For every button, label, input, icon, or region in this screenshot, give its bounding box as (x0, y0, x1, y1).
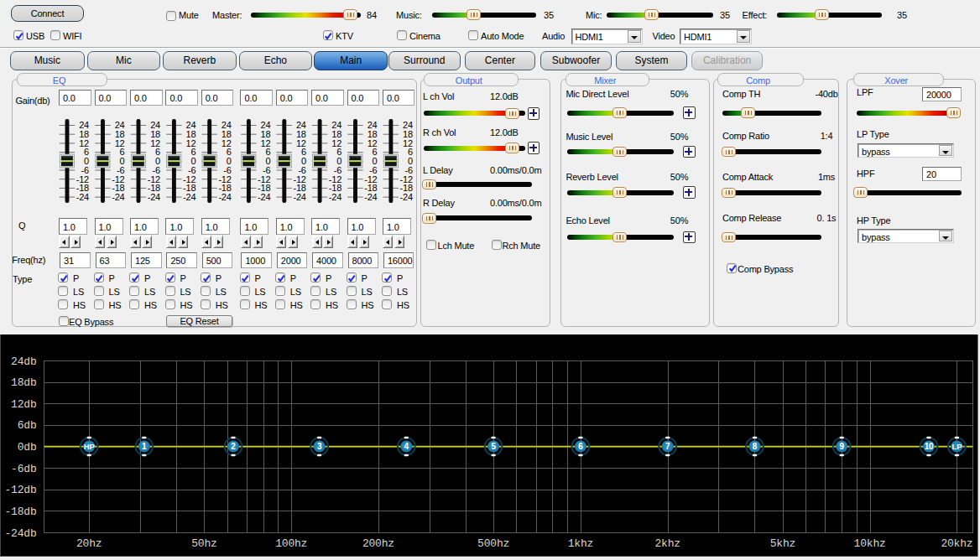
svg-text:6db: 6db (18, 419, 37, 432)
svg-text:3: 3 (317, 442, 322, 451)
svg-text:200hz: 200hz (362, 537, 394, 550)
svg-text:7: 7 (665, 442, 670, 451)
svg-text:-6db: -6db (11, 463, 36, 475)
svg-text:9: 9 (840, 442, 845, 451)
svg-text:4: 4 (404, 442, 409, 451)
svg-text:8: 8 (753, 442, 758, 451)
svg-text:-18db: -18db (4, 506, 36, 518)
svg-text:100hz: 100hz (275, 537, 307, 550)
svg-text:5khz: 5khz (770, 537, 795, 550)
svg-text:50hz: 50hz (191, 537, 216, 550)
svg-text:10khz: 10khz (854, 537, 886, 550)
svg-text:20khz: 20khz (941, 537, 972, 550)
svg-text:5: 5 (491, 442, 496, 451)
svg-text:18db: 18db (11, 376, 36, 389)
svg-text:0db: 0db (18, 441, 37, 454)
svg-text:20hz: 20hz (76, 537, 102, 550)
svg-text:-12db: -12db (4, 484, 36, 496)
svg-text:-24db: -24db (4, 527, 36, 540)
svg-text:1khz: 1khz (568, 537, 593, 550)
svg-text:10: 10 (925, 442, 934, 451)
svg-text:2khz: 2khz (654, 537, 680, 550)
svg-text:1: 1 (142, 442, 147, 451)
svg-text:HP: HP (84, 442, 96, 451)
svg-text:12db: 12db (11, 398, 36, 411)
svg-text:LP: LP (952, 442, 963, 451)
svg-text:24db: 24db (11, 355, 36, 368)
svg-text:500hz: 500hz (477, 537, 509, 550)
svg-text:6: 6 (578, 442, 583, 451)
svg-text:2: 2 (231, 442, 236, 451)
